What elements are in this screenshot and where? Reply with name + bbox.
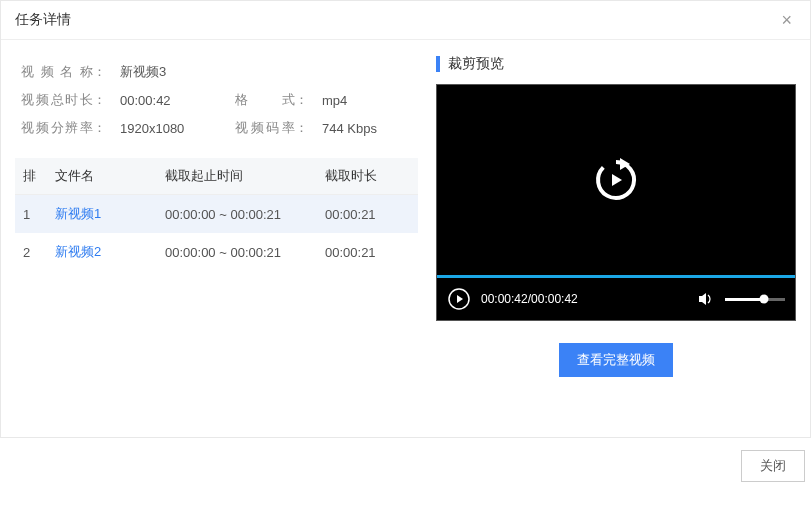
volume-icon[interactable] (697, 290, 715, 308)
cell-index: 2 (15, 233, 47, 271)
video-info: 视频名称： 新视频3 视频总时长： 00:00:42 格式： mp4 视频分辨率… (15, 54, 418, 158)
play-icon[interactable] (447, 287, 471, 311)
table-row[interactable]: 1新视频100:00:00 ~ 00:00:2100:00:21 (15, 195, 418, 234)
right-column: 裁剪预览 (436, 54, 796, 377)
label-video-name: 视频名称 (21, 63, 93, 81)
preview-title-text: 裁剪预览 (448, 55, 504, 73)
close-icon[interactable]: × (777, 7, 796, 33)
volume-thumb[interactable] (760, 295, 769, 304)
section-bar (436, 56, 440, 72)
footer: 关闭 (0, 438, 811, 482)
label-format: 格式 (235, 91, 295, 109)
label-duration: 视频总时长 (21, 91, 93, 109)
view-full-video-button[interactable]: 查看完整视频 (559, 343, 673, 377)
th-filename: 文件名 (47, 158, 157, 195)
value-format: mp4 (322, 93, 412, 108)
value-bitrate: 744 Kbps (322, 121, 412, 136)
cell-filename[interactable]: 新视频2 (47, 233, 157, 271)
clip-table: 排 文件名 截取起止时间 截取时长 1新视频100:00:00 ~ 00:00:… (15, 158, 418, 271)
th-range: 截取起止时间 (157, 158, 317, 195)
preview-section-title: 裁剪预览 (436, 54, 796, 74)
video-controls: 00:00:42/00:00:42 (437, 278, 795, 320)
panel-title: 任务详情 (15, 11, 71, 29)
th-duration: 截取时长 (317, 158, 418, 195)
th-index: 排 (15, 158, 47, 195)
left-column: 视频名称： 新视频3 视频总时长： 00:00:42 格式： mp4 视频分辨率… (15, 54, 418, 377)
label-bitrate: 视频码率 (235, 119, 295, 137)
svg-marker-4 (699, 293, 706, 305)
svg-marker-3 (457, 295, 463, 303)
value-video-name: 新视频3 (120, 63, 412, 81)
cell-duration: 00:00:21 (317, 233, 418, 271)
table-row[interactable]: 2新视频200:00:00 ~ 00:00:2100:00:21 (15, 233, 418, 271)
svg-marker-1 (612, 174, 622, 186)
video-player: 00:00:42/00:00:42 (436, 84, 796, 321)
value-duration: 00:00:42 (120, 93, 235, 108)
cell-duration: 00:00:21 (317, 195, 418, 234)
panel-header: 任务详情 × (1, 1, 810, 40)
video-canvas[interactable] (437, 85, 795, 275)
cell-range: 00:00:00 ~ 00:00:21 (157, 195, 317, 234)
close-button[interactable]: 关闭 (741, 450, 805, 482)
panel-body: 视频名称： 新视频3 视频总时长： 00:00:42 格式： mp4 视频分辨率… (1, 40, 810, 437)
replay-icon[interactable] (588, 152, 644, 208)
cell-range: 00:00:00 ~ 00:00:21 (157, 233, 317, 271)
cell-filename[interactable]: 新视频1 (47, 195, 157, 234)
video-time-display: 00:00:42/00:00:42 (481, 292, 578, 306)
label-resolution: 视频分辨率 (21, 119, 93, 137)
volume-slider[interactable] (725, 298, 785, 301)
value-resolution: 1920x1080 (120, 121, 235, 136)
task-detail-panel: 任务详情 × 视频名称： 新视频3 视频总时长： 00:00:42 格式： mp… (0, 0, 811, 438)
cell-index: 1 (15, 195, 47, 234)
